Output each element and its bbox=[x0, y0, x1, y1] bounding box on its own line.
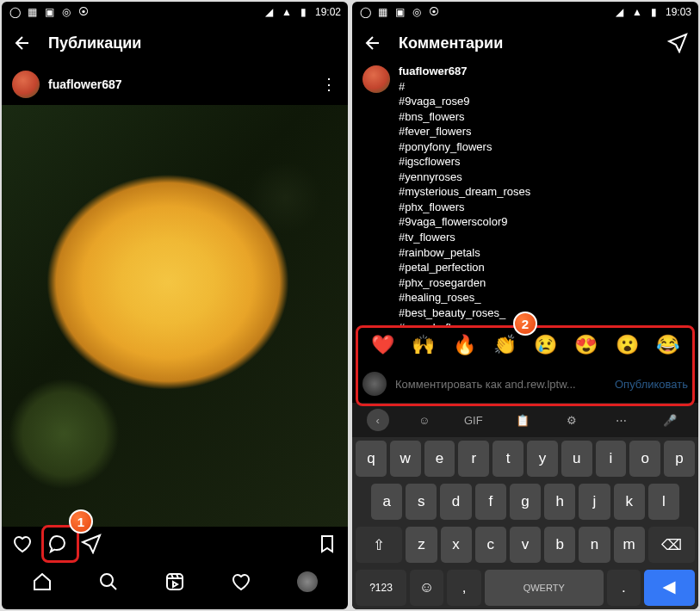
keyboard-toolbar: ‹ ☺ GIF 📋 ⚙ ⋯ 🎤 bbox=[352, 403, 698, 437]
username[interactable]: fuaflower687 bbox=[399, 65, 467, 77]
key-n[interactable]: n bbox=[579, 527, 610, 563]
svg-rect-1 bbox=[167, 574, 183, 589]
gif-button[interactable]: GIF bbox=[460, 408, 487, 432]
username[interactable]: fuaflower687 bbox=[48, 77, 312, 91]
page-title: Публикации bbox=[48, 34, 338, 52]
search-icon[interactable] bbox=[98, 571, 119, 592]
emoji-quick[interactable]: 😂 bbox=[656, 334, 679, 356]
key-t[interactable]: t bbox=[492, 441, 523, 477]
app-icon: ◎ bbox=[411, 6, 423, 18]
app-icon: ▣ bbox=[393, 6, 406, 18]
post-image[interactable] bbox=[2, 105, 348, 527]
post-author-row[interactable]: fuaflower687 ⋮ bbox=[2, 64, 348, 105]
my-avatar bbox=[362, 372, 387, 396]
shazam-icon: ⦿ bbox=[428, 6, 440, 18]
space-key[interactable]: QWERTY bbox=[485, 570, 604, 606]
emoji-quick[interactable]: ❤️ bbox=[371, 334, 394, 356]
emoji-quick[interactable]: 🙌 bbox=[412, 334, 435, 356]
clock: 19:02 bbox=[315, 6, 341, 18]
key-j[interactable]: j bbox=[579, 484, 610, 520]
phone-right: ◯ ▦ ▣ ◎ ⦿ ◢ ▲ ▮ 19:03 Комментарии fuaflo… bbox=[352, 2, 698, 609]
shazam-icon: ⦿ bbox=[77, 6, 90, 18]
key-w[interactable]: w bbox=[390, 441, 421, 477]
mic-icon[interactable]: 🎤 bbox=[656, 408, 684, 432]
app-icon: ▣ bbox=[43, 6, 55, 18]
status-bar: ◯ ▦ ▣ ◎ ⦿ ◢ ▲ ▮ 19:02 bbox=[2, 2, 348, 22]
shift-key[interactable]: ⇧ bbox=[356, 527, 402, 563]
bottom-nav bbox=[2, 561, 348, 602]
key-d[interactable]: d bbox=[440, 484, 471, 520]
key-y[interactable]: y bbox=[527, 441, 558, 477]
key-v[interactable]: v bbox=[510, 527, 541, 563]
share-icon[interactable] bbox=[81, 534, 102, 554]
bookmark-icon[interactable] bbox=[317, 534, 338, 554]
emoji-quick[interactable]: 🔥 bbox=[453, 334, 476, 356]
key-e[interactable]: e bbox=[424, 441, 455, 477]
key-b[interactable]: b bbox=[544, 527, 575, 563]
reels-icon[interactable] bbox=[164, 571, 185, 592]
numeric-key[interactable]: ?123 bbox=[356, 570, 406, 606]
more-icon[interactable]: ⋮ bbox=[320, 75, 338, 94]
emoji-quick[interactable]: 😍 bbox=[574, 334, 598, 356]
key-l[interactable]: l bbox=[648, 484, 679, 520]
key-c[interactable]: c bbox=[475, 527, 506, 563]
chevron-left-icon[interactable]: ‹ bbox=[367, 409, 389, 431]
emoji-quick[interactable]: 👏 bbox=[493, 334, 517, 356]
profile-avatar[interactable] bbox=[297, 571, 318, 592]
badge-1: 1 bbox=[69, 509, 93, 534]
keyboard: ‹ ☺ GIF 📋 ⚙ ⋯ 🎤 qwertyuiop asdfghjkl ⇧ z… bbox=[352, 403, 698, 609]
key-q[interactable]: q bbox=[356, 441, 387, 477]
clipboard-icon[interactable]: 📋 bbox=[509, 408, 536, 432]
key-i[interactable]: i bbox=[596, 441, 627, 477]
app-bar: Публикации bbox=[2, 22, 348, 64]
key-o[interactable]: o bbox=[629, 441, 660, 477]
comment-icon[interactable] bbox=[46, 534, 67, 554]
wifi-icon: ◢ bbox=[263, 6, 276, 18]
key-a[interactable]: a bbox=[371, 484, 402, 520]
key-m[interactable]: m bbox=[614, 527, 645, 563]
opera-icon: ◯ bbox=[359, 6, 371, 18]
key-s[interactable]: s bbox=[406, 484, 437, 520]
like-icon[interactable] bbox=[12, 534, 33, 554]
signal-icon: ▲ bbox=[631, 6, 643, 18]
post-button[interactable]: Опубликовать bbox=[615, 378, 688, 391]
hashtag-list[interactable]: #9vaga_rose9 #bns_flowers #fever_flowers… bbox=[399, 94, 688, 325]
status-bar: ◯ ▦ ▣ ◎ ⦿ ◢ ▲ ▮ 19:03 bbox=[352, 2, 698, 22]
key-u[interactable]: u bbox=[561, 441, 592, 477]
emoji-quick[interactable]: 😢 bbox=[534, 334, 557, 356]
opera-icon: ◯ bbox=[9, 6, 21, 18]
avatar[interactable] bbox=[362, 65, 390, 93]
more-icon[interactable]: ⋯ bbox=[607, 408, 635, 432]
enter-key[interactable] bbox=[644, 570, 695, 606]
emoji-key[interactable]: ☺ bbox=[410, 570, 443, 606]
svg-point-0 bbox=[101, 574, 113, 586]
key-f[interactable]: f bbox=[475, 484, 506, 520]
key-r[interactable]: r bbox=[458, 441, 489, 477]
calendar-icon: ▦ bbox=[26, 6, 38, 18]
key-k[interactable]: k bbox=[614, 484, 645, 520]
hash-separator: # bbox=[399, 80, 405, 93]
backspace-key[interactable]: ⌫ bbox=[648, 527, 695, 563]
badge-2: 2 bbox=[513, 312, 537, 336]
phone-left: ◯ ▦ ▣ ◎ ⦿ ◢ ▲ ▮ 19:02 Публикации fuaflow… bbox=[2, 2, 348, 609]
emoji-quick[interactable]: 😮 bbox=[616, 334, 639, 356]
sticker-icon[interactable]: ☺ bbox=[411, 408, 438, 432]
settings-icon[interactable]: ⚙ bbox=[558, 408, 585, 432]
keyboard-row-4: ?123 ☺ , QWERTY . bbox=[352, 566, 698, 609]
key-g[interactable]: g bbox=[510, 484, 541, 520]
share-icon[interactable] bbox=[667, 33, 688, 53]
back-icon[interactable] bbox=[362, 33, 383, 53]
post-actions: 1 bbox=[2, 527, 348, 561]
key-p[interactable]: p bbox=[664, 441, 695, 477]
comment-field[interactable] bbox=[395, 378, 606, 391]
period-key[interactable]: . bbox=[607, 570, 641, 606]
back-icon[interactable] bbox=[12, 33, 33, 53]
key-z[interactable]: z bbox=[406, 527, 437, 563]
key-x[interactable]: x bbox=[441, 527, 472, 563]
app-bar: Комментарии bbox=[352, 22, 698, 64]
comma-key[interactable]: , bbox=[447, 570, 480, 606]
activity-icon[interactable] bbox=[231, 571, 251, 592]
avatar[interactable] bbox=[12, 71, 40, 98]
home-icon[interactable] bbox=[32, 571, 53, 592]
key-h[interactable]: h bbox=[544, 484, 575, 520]
